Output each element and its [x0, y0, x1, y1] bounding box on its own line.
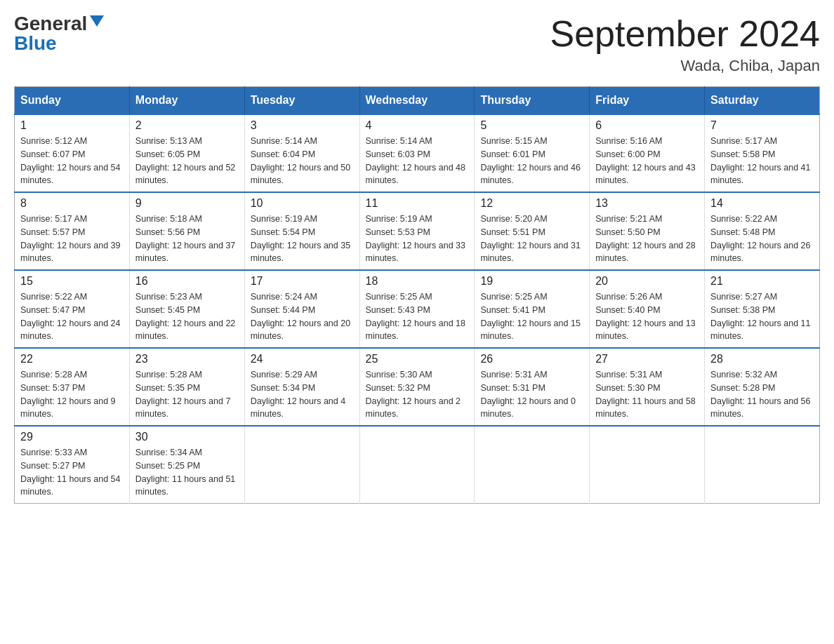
sunset-label: Sunset: 5:35 PM — [135, 383, 200, 393]
sunrise-label: Sunrise: 5:18 AM — [135, 214, 202, 224]
day-number: 1 — [20, 119, 124, 132]
day-info: Sunrise: 5:26 AM Sunset: 5:40 PM Dayligh… — [595, 290, 699, 343]
day-info: Sunrise: 5:17 AM Sunset: 5:58 PM Dayligh… — [710, 135, 814, 187]
calendar-day-cell: 29 Sunrise: 5:33 AM Sunset: 5:27 PM Dayl… — [15, 426, 130, 504]
calendar-day-cell: 13 Sunrise: 5:21 AM Sunset: 5:50 PM Dayl… — [590, 192, 705, 270]
day-info: Sunrise: 5:19 AM Sunset: 5:53 PM Dayligh… — [366, 213, 469, 265]
sunrise-label: Sunrise: 5:34 AM — [135, 448, 202, 457]
day-info: Sunrise: 5:28 AM Sunset: 5:37 PM Dayligh… — [20, 368, 124, 421]
day-number: 28 — [710, 353, 814, 365]
calendar-day-cell: 24 Sunrise: 5:29 AM Sunset: 5:34 PM Dayl… — [244, 348, 359, 426]
day-info: Sunrise: 5:19 AM Sunset: 5:54 PM Dayligh… — [251, 213, 354, 265]
day-number: 4 — [366, 119, 469, 132]
sunset-label: Sunset: 5:58 PM — [710, 149, 775, 159]
day-number: 24 — [251, 353, 354, 365]
sunset-label: Sunset: 6:03 PM — [366, 149, 430, 159]
day-info: Sunrise: 5:21 AM Sunset: 5:50 PM Dayligh… — [595, 213, 699, 265]
sunset-label: Sunset: 5:43 PM — [366, 305, 430, 315]
day-number: 14 — [710, 197, 814, 210]
day-number: 21 — [710, 275, 814, 288]
sunset-label: Sunset: 5:56 PM — [135, 227, 200, 237]
col-header-saturday: Saturday — [705, 87, 820, 115]
calendar-day-cell: 22 Sunrise: 5:28 AM Sunset: 5:37 PM Dayl… — [15, 348, 130, 426]
calendar-day-cell: 19 Sunrise: 5:25 AM Sunset: 5:41 PM Dayl… — [475, 270, 590, 348]
sunset-label: Sunset: 5:48 PM — [710, 227, 775, 237]
daylight-label: Daylight: 12 hours and 24 minutes. — [20, 318, 120, 342]
daylight-label: Daylight: 12 hours and 46 minutes. — [480, 163, 580, 186]
daylight-label: Daylight: 12 hours and 33 minutes. — [366, 241, 465, 264]
sunset-label: Sunset: 5:45 PM — [135, 305, 200, 315]
calendar-day-cell: 8 Sunrise: 5:17 AM Sunset: 5:57 PM Dayli… — [15, 192, 130, 270]
calendar-day-cell: 28 Sunrise: 5:32 AM Sunset: 5:28 PM Dayl… — [705, 348, 820, 426]
daylight-label: Daylight: 12 hours and 9 minutes. — [20, 396, 116, 420]
calendar-day-cell: 12 Sunrise: 5:20 AM Sunset: 5:51 PM Dayl… — [475, 192, 590, 270]
day-number: 19 — [480, 275, 583, 288]
day-info: Sunrise: 5:22 AM Sunset: 5:47 PM Dayligh… — [20, 290, 124, 343]
calendar-day-cell — [705, 426, 820, 504]
day-number: 22 — [20, 353, 124, 365]
day-info: Sunrise: 5:15 AM Sunset: 6:01 PM Dayligh… — [480, 135, 583, 187]
daylight-label: Daylight: 12 hours and 7 minutes. — [135, 396, 231, 420]
daylight-label: Daylight: 12 hours and 50 minutes. — [251, 163, 350, 186]
calendar-day-cell: 18 Sunrise: 5:25 AM Sunset: 5:43 PM Dayl… — [359, 270, 475, 348]
calendar-header-row: SundayMondayTuesdayWednesdayThursdayFrid… — [15, 87, 820, 115]
calendar-week-1: 1 Sunrise: 5:12 AM Sunset: 6:07 PM Dayli… — [15, 114, 820, 192]
sunset-label: Sunset: 5:53 PM — [366, 227, 430, 237]
calendar-day-cell: 7 Sunrise: 5:17 AM Sunset: 5:58 PM Dayli… — [705, 114, 820, 192]
daylight-label: Daylight: 12 hours and 28 minutes. — [595, 241, 695, 264]
sunrise-label: Sunrise: 5:22 AM — [20, 292, 87, 302]
day-info: Sunrise: 5:33 AM Sunset: 5:27 PM Dayligh… — [20, 446, 124, 499]
day-info: Sunrise: 5:25 AM Sunset: 5:41 PM Dayligh… — [480, 290, 583, 343]
day-info: Sunrise: 5:30 AM Sunset: 5:32 PM Dayligh… — [366, 368, 469, 421]
location-subtitle: Wada, Chiba, Japan — [550, 57, 821, 75]
daylight-label: Daylight: 12 hours and 4 minutes. — [251, 396, 346, 420]
day-info: Sunrise: 5:28 AM Sunset: 5:35 PM Dayligh… — [135, 368, 239, 421]
calendar-day-cell: 30 Sunrise: 5:34 AM Sunset: 5:25 PM Dayl… — [129, 426, 244, 504]
daylight-label: Daylight: 12 hours and 52 minutes. — [135, 163, 235, 186]
calendar-day-cell: 9 Sunrise: 5:18 AM Sunset: 5:56 PM Dayli… — [129, 192, 244, 270]
sunrise-label: Sunrise: 5:22 AM — [710, 214, 777, 224]
day-number: 25 — [366, 353, 469, 365]
sunrise-label: Sunrise: 5:28 AM — [20, 370, 87, 380]
day-number: 20 — [595, 275, 699, 288]
calendar-day-cell: 15 Sunrise: 5:22 AM Sunset: 5:47 PM Dayl… — [15, 270, 130, 348]
sunrise-label: Sunrise: 5:25 AM — [480, 292, 547, 302]
logo-blue: Blue — [14, 34, 57, 53]
day-number: 2 — [135, 119, 239, 132]
day-info: Sunrise: 5:34 AM Sunset: 5:25 PM Dayligh… — [135, 446, 239, 499]
calendar-day-cell — [475, 426, 590, 504]
calendar-day-cell: 25 Sunrise: 5:30 AM Sunset: 5:32 PM Dayl… — [359, 348, 475, 426]
daylight-label: Daylight: 12 hours and 39 minutes. — [20, 241, 120, 264]
day-number: 23 — [135, 353, 239, 365]
daylight-label: Daylight: 12 hours and 22 minutes. — [135, 318, 235, 342]
daylight-label: Daylight: 12 hours and 13 minutes. — [595, 318, 695, 342]
sunset-label: Sunset: 5:37 PM — [20, 383, 85, 393]
day-number: 30 — [135, 431, 239, 443]
sunrise-label: Sunrise: 5:31 AM — [480, 370, 547, 380]
day-number: 3 — [251, 119, 354, 132]
day-info: Sunrise: 5:20 AM Sunset: 5:51 PM Dayligh… — [480, 213, 583, 265]
page-header: General Blue September 2024 Wada, Chiba,… — [14, 14, 820, 75]
sunset-label: Sunset: 5:51 PM — [480, 227, 545, 237]
sunset-label: Sunset: 5:34 PM — [251, 383, 315, 393]
sunrise-label: Sunrise: 5:25 AM — [366, 292, 432, 302]
calendar-day-cell: 1 Sunrise: 5:12 AM Sunset: 6:07 PM Dayli… — [15, 114, 130, 192]
sunrise-label: Sunrise: 5:20 AM — [480, 214, 547, 224]
sunrise-label: Sunrise: 5:21 AM — [595, 214, 662, 224]
sunrise-label: Sunrise: 5:14 AM — [251, 136, 317, 146]
sunset-label: Sunset: 5:44 PM — [251, 305, 315, 315]
daylight-label: Daylight: 12 hours and 43 minutes. — [595, 163, 695, 186]
calendar-day-cell — [359, 426, 475, 504]
daylight-label: Daylight: 12 hours and 48 minutes. — [366, 163, 465, 186]
daylight-label: Daylight: 11 hours and 54 minutes. — [20, 474, 120, 497]
day-info: Sunrise: 5:25 AM Sunset: 5:43 PM Dayligh… — [366, 290, 469, 343]
daylight-label: Daylight: 12 hours and 15 minutes. — [480, 318, 580, 342]
sunrise-label: Sunrise: 5:24 AM — [251, 292, 317, 302]
day-info: Sunrise: 5:14 AM Sunset: 6:03 PM Dayligh… — [366, 135, 469, 187]
sunset-label: Sunset: 6:00 PM — [595, 149, 660, 159]
sunrise-label: Sunrise: 5:19 AM — [251, 214, 317, 224]
day-number: 6 — [595, 119, 699, 132]
calendar-day-cell: 21 Sunrise: 5:27 AM Sunset: 5:38 PM Dayl… — [705, 270, 820, 348]
sunset-label: Sunset: 6:01 PM — [480, 149, 545, 159]
calendar-day-cell: 5 Sunrise: 5:15 AM Sunset: 6:01 PM Dayli… — [475, 114, 590, 192]
